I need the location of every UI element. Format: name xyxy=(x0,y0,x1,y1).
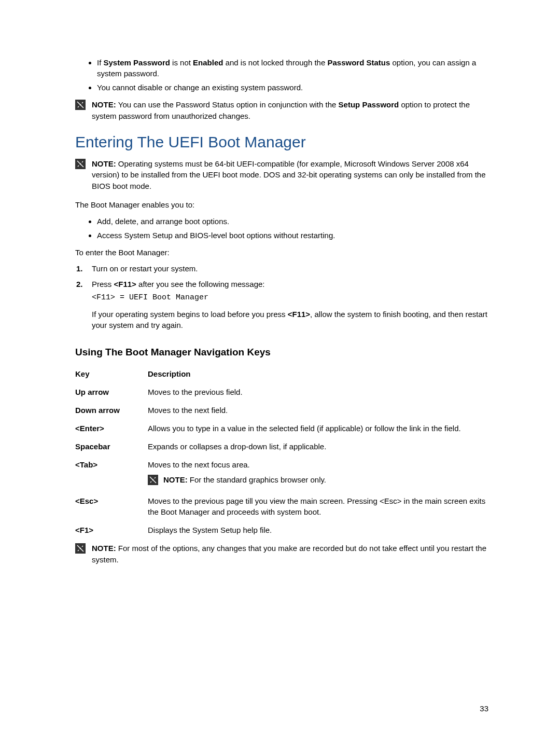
col-desc: Description xyxy=(148,368,488,379)
desc-cell: Moves to the next field. xyxy=(148,405,488,416)
text-bold: <F11> xyxy=(114,280,136,288)
text: For the standard graphics browser only. xyxy=(190,475,326,484)
text: Moves to the next focus area. xyxy=(148,459,488,470)
text: and is not locked through the xyxy=(223,58,327,67)
text: If your operating system begins to load … xyxy=(92,310,288,319)
inline-note: NOTE: For the standard graphics browser … xyxy=(148,474,488,485)
text: Operating systems must be 64-bit UEFI-co… xyxy=(92,159,486,191)
key-cell: <F1> xyxy=(75,525,148,535)
text: Press xyxy=(92,280,114,288)
key-cell: Up arrow xyxy=(75,387,148,397)
step-number: 1. xyxy=(75,263,92,274)
text-bold: Password Status xyxy=(327,58,390,67)
table-row: <Tab> Moves to the next focus area. NOTE… xyxy=(75,459,488,485)
desc-cell: Moves to the previous page till you view… xyxy=(148,495,488,517)
intro-bullets: If System Password is not Enabled and is… xyxy=(75,57,488,93)
code-line: <F11> = UEFI Boot Manager xyxy=(92,292,488,304)
note-label: NOTE: xyxy=(92,544,118,553)
note-text: NOTE: For most of the options, any chang… xyxy=(92,543,488,566)
desc-cell: Displays the System Setup help file. xyxy=(148,525,488,535)
section-note: NOTE: Operating systems must be 64-bit U… xyxy=(75,158,488,192)
paragraph: The Boot Manager enables you to: xyxy=(75,199,488,211)
desc-cell: Moves to the previous field. xyxy=(148,387,488,397)
intro-note: NOTE: You can use the Password Status op… xyxy=(75,99,488,122)
text-bold: <F11> xyxy=(288,310,310,319)
boot-manager-bullets: Add, delete, and arrange boot options. A… xyxy=(75,216,488,241)
text-bold: Enabled xyxy=(193,58,223,67)
col-key: Key xyxy=(75,368,148,379)
note-label: NOTE: xyxy=(92,159,118,168)
end-note: NOTE: For most of the options, any chang… xyxy=(75,543,488,566)
desc-cell: Moves to the next focus area. NOTE: For … xyxy=(148,459,488,485)
text: For most of the options, any changes tha… xyxy=(92,544,486,564)
note-icon xyxy=(75,543,86,554)
desc-cell: Allows you to type in a value in the sel… xyxy=(148,423,488,434)
note-text: NOTE: You can use the Password Status op… xyxy=(92,99,488,122)
table-row: Down arrow Moves to the next field. xyxy=(75,405,488,416)
section-title: Entering The UEFI Boot Manager xyxy=(75,133,488,151)
text: after you see the following message: xyxy=(136,280,265,288)
list-item: Access System Setup and BIOS-level boot … xyxy=(97,230,488,241)
steps-list: 1. Turn on or restart your system. 2. Pr… xyxy=(75,263,488,331)
note-label: NOTE: xyxy=(163,475,190,484)
note-icon xyxy=(148,475,158,485)
subsection-title: Using The Boot Manager Navigation Keys xyxy=(75,347,488,358)
text: You can use the Password Status option i… xyxy=(118,100,339,109)
step-body: Press <F11> after you see the following … xyxy=(92,279,488,331)
key-cell: Spacebar xyxy=(75,441,148,452)
note-label: NOTE: xyxy=(92,100,118,109)
key-cell: <Esc> xyxy=(75,495,148,517)
table-row: <Enter> Allows you to type in a value in… xyxy=(75,423,488,434)
page-number: 33 xyxy=(480,704,488,713)
key-cell: <Tab> xyxy=(75,459,148,485)
table-header: Key Description xyxy=(75,368,488,379)
key-cell: <Enter> xyxy=(75,423,148,434)
list-item: Add, delete, and arrange boot options. xyxy=(97,216,488,227)
note-icon xyxy=(75,100,86,110)
manual-page: If System Password is not Enabled and is… xyxy=(0,0,560,744)
step-1: 1. Turn on or restart your system. xyxy=(75,263,488,274)
table-row: <F1> Displays the System Setup help file… xyxy=(75,525,488,535)
note-icon xyxy=(75,159,86,169)
intro-bullet-2: You cannot disable or change an existing… xyxy=(97,82,488,93)
note-text: NOTE: For the standard graphics browser … xyxy=(163,474,326,485)
step-2: 2. Press <F11> after you see the followi… xyxy=(75,279,488,331)
key-cell: Down arrow xyxy=(75,405,148,416)
nav-keys-table: Key Description Up arrow Moves to the pr… xyxy=(75,368,488,535)
paragraph: To enter the Boot Manager: xyxy=(75,247,488,258)
note-text: NOTE: Operating systems must be 64-bit U… xyxy=(92,158,488,192)
text: is not xyxy=(170,58,193,67)
desc-cell: Expands or collapses a drop-down list, i… xyxy=(148,441,488,452)
text-bold: System Password xyxy=(104,58,170,67)
table-row: Up arrow Moves to the previous field. xyxy=(75,387,488,397)
table-row: <Esc> Moves to the previous page till yo… xyxy=(75,495,488,517)
step-number: 2. xyxy=(75,279,92,331)
text: If xyxy=(97,58,104,67)
table-row: Spacebar Expands or collapses a drop-dow… xyxy=(75,441,488,452)
step-text: Turn on or restart your system. xyxy=(92,263,488,274)
text-bold: Setup Password xyxy=(339,100,399,109)
intro-bullet-1: If System Password is not Enabled and is… xyxy=(97,57,488,79)
step-paragraph: If your operating system begins to load … xyxy=(92,309,488,332)
